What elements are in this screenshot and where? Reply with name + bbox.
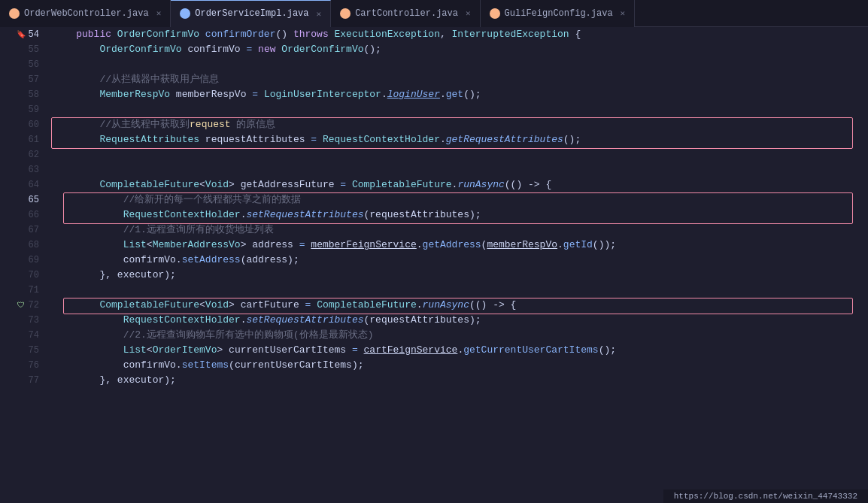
tab-close-4[interactable]: ✕ <box>621 8 626 18</box>
code-line-62 <box>44 147 868 162</box>
tab-order-service-impl[interactable]: OrderServiceImpl.java ✕ <box>171 0 331 27</box>
tab-label-3: CartController.java <box>355 8 458 19</box>
code-line-75: List<OrderItemVo> currentUserCartItems =… <box>44 343 868 358</box>
shield-icon-72: 🛡 <box>17 301 26 310</box>
tab-icon-2 <box>180 8 190 19</box>
editor-area: 🔖 54 55 56 57 58 59 <box>0 27 868 503</box>
gutter-line-54: 🔖 54 <box>0 27 44 42</box>
gutter-line-71: 71 <box>0 283 44 298</box>
tab-icon-3 <box>340 8 351 19</box>
tab-close-2[interactable]: ✕ <box>317 9 322 19</box>
code-line-59 <box>44 102 868 117</box>
code-line-70: }, executor); <box>44 268 868 283</box>
tab-close-3[interactable]: ✕ <box>466 8 471 18</box>
code-line-57: //从拦截器中获取用户信息 <box>44 72 868 87</box>
code-line-69: confirmVo.setAddress(address); <box>44 253 868 268</box>
tab-guli-feign-config[interactable]: GuliFeignConfig.java ✕ <box>481 0 636 27</box>
code-line-74: //2.远程查询购物车所有选中的购物项(价格是最新状态) <box>44 328 868 343</box>
gutter-line-62: 62 <box>0 147 44 162</box>
gutter-line-67: 67 <box>0 223 44 238</box>
code-line-63 <box>44 162 868 177</box>
code-line-61: RequestAttributes requestAttributes = Re… <box>44 132 868 147</box>
gutter-line-75: 75 <box>0 343 44 358</box>
code-line-72: CompletableFuture<Void> cartFuture = Com… <box>44 298 868 313</box>
tab-label-2: OrderServiceImpl.java <box>195 8 308 19</box>
tab-icon-1 <box>9 8 20 19</box>
code-line-71 <box>44 283 868 298</box>
tab-icon-4 <box>490 8 500 19</box>
gutter-line-60: 60 <box>0 117 44 132</box>
gutter-line-74: 74 <box>0 328 44 343</box>
tab-label-4: GuliFeignConfig.java <box>505 8 613 19</box>
code-line-54: public OrderConfirmVo confirmOrder() thr… <box>44 27 868 42</box>
gutter-line-56: 56 <box>0 57 44 72</box>
gutter-line-72: 🛡 72 <box>0 298 44 313</box>
gutter-line-69: 69 <box>0 253 44 268</box>
gutter-line-61: 61 <box>0 132 44 147</box>
gutter-line-57: 57 <box>0 72 44 87</box>
gutter-line-58: 58 <box>0 87 44 102</box>
code-line-66: RequestContextHolder.setRequestAttribute… <box>44 208 868 223</box>
app-window: OrderWebController.java ✕ OrderServiceIm… <box>0 0 868 503</box>
code-line-76: confirmVo.setItems(currentUserCartItems)… <box>44 358 868 373</box>
gutter-line-63: 63 <box>0 162 44 177</box>
gutter-line-66: 66 <box>0 208 44 223</box>
code-line-67: //1.远程查询所有的收货地址列表 <box>44 223 868 238</box>
gutter-line-73: 73 <box>0 313 44 328</box>
line-gutter: 🔖 54 55 56 57 58 59 <box>0 27 44 503</box>
code-area[interactable]: public OrderConfirmVo confirmOrder() thr… <box>44 27 868 503</box>
code-line-56 <box>44 57 868 72</box>
code-line-65: //给新开的每一个线程都共享之前的数据 <box>44 192 868 208</box>
gutter-line-76: 76 <box>0 358 44 373</box>
tab-order-web-controller[interactable]: OrderWebController.java ✕ <box>0 0 171 27</box>
code-line-68: List<MemberAddressVo> address = memberFe… <box>44 238 868 253</box>
tab-close-1[interactable]: ✕ <box>156 8 162 18</box>
status-url: https://blog.csdn.net/weixin_44743332 <box>674 492 857 501</box>
tab-label-1: OrderWebController.java <box>24 8 149 19</box>
gutter-line-65: 65 <box>0 192 44 208</box>
gutter-line-68: 68 <box>0 238 44 253</box>
code-line-77: }, executor); <box>44 373 868 388</box>
gutter-line-59: 59 <box>0 102 44 117</box>
bookmark-icon-54: 🔖 <box>17 30 26 39</box>
code-line-73: RequestContextHolder.setRequestAttribute… <box>44 313 868 328</box>
gutter-line-55: 55 <box>0 42 44 57</box>
code-line-64: CompletableFuture<Void> getAddressFuture… <box>44 177 868 192</box>
gutter-line-70: 70 <box>0 268 44 283</box>
status-bar: https://blog.csdn.net/weixin_44743332 <box>663 489 868 503</box>
code-line-58: MemberRespVo memberRespVo = LoginUserInt… <box>44 87 868 102</box>
code-line-55: OrderConfirmVo confirmVo = new OrderConf… <box>44 42 868 57</box>
tab-cart-controller[interactable]: CartController.java ✕ <box>331 0 480 27</box>
gutter-line-64: 64 <box>0 177 44 192</box>
gutter-line-77: 77 <box>0 373 44 388</box>
tab-bar: OrderWebController.java ✕ OrderServiceIm… <box>0 0 868 27</box>
code-line-60: //从主线程中获取到request 的原信息 <box>44 117 868 132</box>
